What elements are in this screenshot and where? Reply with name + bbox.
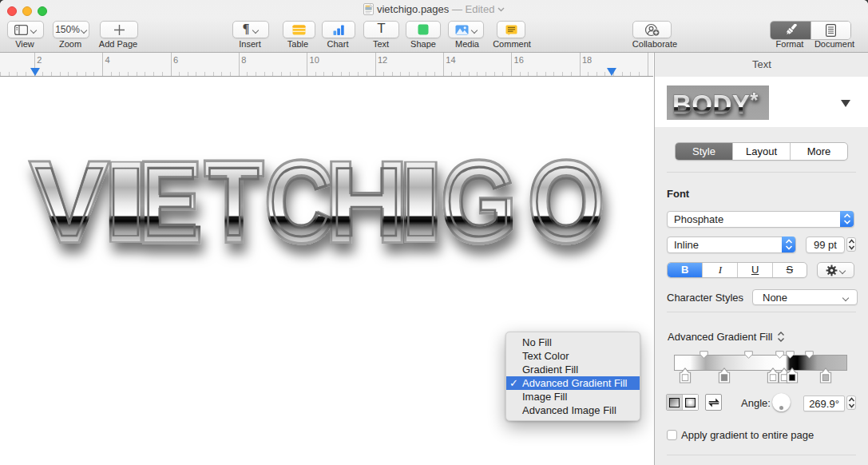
svg-text:C: C	[270, 146, 329, 256]
svg-text:BODY*: BODY*	[672, 88, 759, 119]
svg-text:H: H	[331, 146, 403, 256]
svg-text:O: O	[533, 147, 600, 256]
svg-text:E: E	[143, 147, 198, 256]
svg-text:T: T	[208, 147, 259, 256]
svg-text:G: G	[446, 147, 512, 256]
svg-text:I: I	[397, 147, 444, 256]
svg-text:V: V	[36, 147, 103, 256]
